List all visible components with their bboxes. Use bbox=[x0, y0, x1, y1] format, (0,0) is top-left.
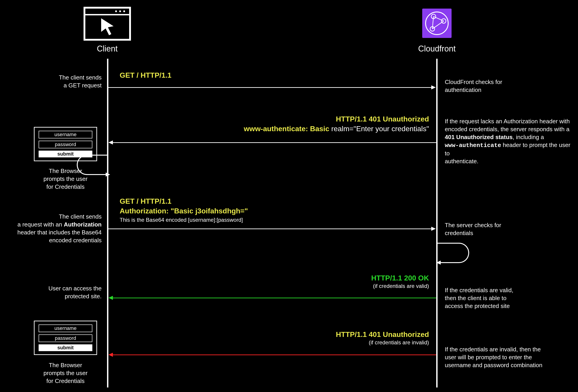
cred2-password: password bbox=[39, 335, 92, 342]
loop-client-prompt-head bbox=[106, 173, 110, 177]
client-lifeline bbox=[107, 59, 108, 388]
msg-get-with-auth: GET / HTTP/1.1 Authorization: "Basic j3o… bbox=[120, 196, 248, 223]
loop-server-check-head bbox=[436, 261, 441, 265]
note-client-sends-auth-a: The client sends bbox=[59, 213, 102, 220]
note-creds-invalid: If the credentials are invalid, then the… bbox=[445, 345, 567, 369]
svg-line-5 bbox=[434, 16, 444, 21]
note-client-sends-auth-c: header that includes the Base64 encoded … bbox=[17, 229, 102, 244]
arrow-401-head bbox=[108, 141, 113, 145]
msg-401-line2-header: www-authenticate: Basic bbox=[244, 125, 332, 133]
svg-marker-0 bbox=[101, 18, 114, 35]
loop-server-check bbox=[437, 243, 469, 263]
msg-get-request: GET / HTTP/1.1 bbox=[120, 70, 171, 80]
msg-401-line1: HTTP/1.1 401 Unauthorized bbox=[117, 114, 429, 124]
note-cf-checks-auth: CloudFront checks for authentication bbox=[445, 78, 558, 94]
note-401-c-mono: www-authenticate bbox=[445, 142, 501, 149]
note-client-sends-auth: The client sends a request with an Autho… bbox=[7, 213, 102, 244]
arrow-get-auth bbox=[108, 229, 431, 229]
msg-401-unauth: HTTP/1.1 401 Unauthorized www-authentica… bbox=[117, 114, 429, 134]
cloudfront-actor-label: Cloudfront bbox=[411, 44, 463, 53]
cloudfront-actor-icon bbox=[422, 8, 452, 38]
arrow-get-request bbox=[108, 87, 431, 88]
svg-line-6 bbox=[432, 21, 444, 29]
cred2-username: username bbox=[39, 325, 92, 332]
note-browser-prompts-2: The Browser prompts the user for Credent… bbox=[34, 361, 97, 385]
note-401-explain: If the request lacks an Authorization he… bbox=[445, 117, 571, 165]
note-client-sends-auth-b-bold: Authorization bbox=[64, 221, 102, 228]
cred2-submit: submit bbox=[39, 344, 92, 351]
note-user-can-access: User can access the protected site. bbox=[34, 285, 102, 300]
server-lifeline bbox=[436, 59, 437, 388]
msg-get-auth-line1: GET / HTTP/1.1 bbox=[120, 196, 248, 206]
note-client-sends-auth-b: a request with an bbox=[17, 221, 64, 228]
arrow-200 bbox=[113, 298, 436, 298]
msg-401-invalid: HTTP/1.1 401 Unauthorized (if credential… bbox=[117, 330, 429, 346]
arrow-200-head bbox=[108, 296, 113, 300]
cred1-password: password bbox=[39, 141, 92, 148]
arrow-401-invalid bbox=[113, 354, 436, 355]
cred1-username: username bbox=[39, 131, 92, 139]
note-401-a: If the request lacks an Authorization he… bbox=[445, 118, 570, 133]
note-401-b-bold: 401 Unauthorized status bbox=[445, 134, 513, 141]
msg-401-line2-realm: realm="Enter your credentials" bbox=[331, 125, 429, 133]
msg-get-auth-line3: This is the Base64 encoded [username]:[p… bbox=[120, 217, 248, 223]
arrow-get-auth-head bbox=[431, 227, 436, 231]
note-401-b-rest: , including a bbox=[513, 134, 544, 141]
loop-client-prompt bbox=[77, 155, 108, 175]
note-client-sends-get: The client sends a GET request bbox=[34, 74, 102, 90]
arrow-401 bbox=[113, 142, 436, 143]
msg-get-auth-line2: Authorization: "Basic j3oifahsdhgh=" bbox=[120, 206, 248, 216]
arrow-401-invalid-head bbox=[108, 353, 113, 357]
client-actor-label: Client bbox=[84, 44, 131, 53]
msg-401-inv-line1: HTTP/1.1 401 Unauthorized bbox=[117, 330, 429, 339]
msg-200-ok: HTTP/1.1 200 OK (if credentials are vali… bbox=[117, 273, 429, 289]
msg-401-inv-line2: (if credentials are invalid) bbox=[117, 339, 429, 346]
msg-200-line2: (if credentials are valid) bbox=[117, 283, 429, 289]
arrow-get-request-head bbox=[431, 85, 436, 90]
credential-prompt-2: username password submit bbox=[34, 321, 97, 355]
client-actor-icon bbox=[84, 7, 131, 41]
note-server-checks-creds: The server checks for credentials bbox=[445, 221, 558, 237]
msg-401-line2: www-authenticate: Basic realm="Enter you… bbox=[117, 124, 429, 134]
msg-200-line1: HTTP/1.1 200 OK bbox=[117, 273, 429, 283]
note-creds-valid: If the credentials are valid, then the c… bbox=[445, 286, 558, 310]
